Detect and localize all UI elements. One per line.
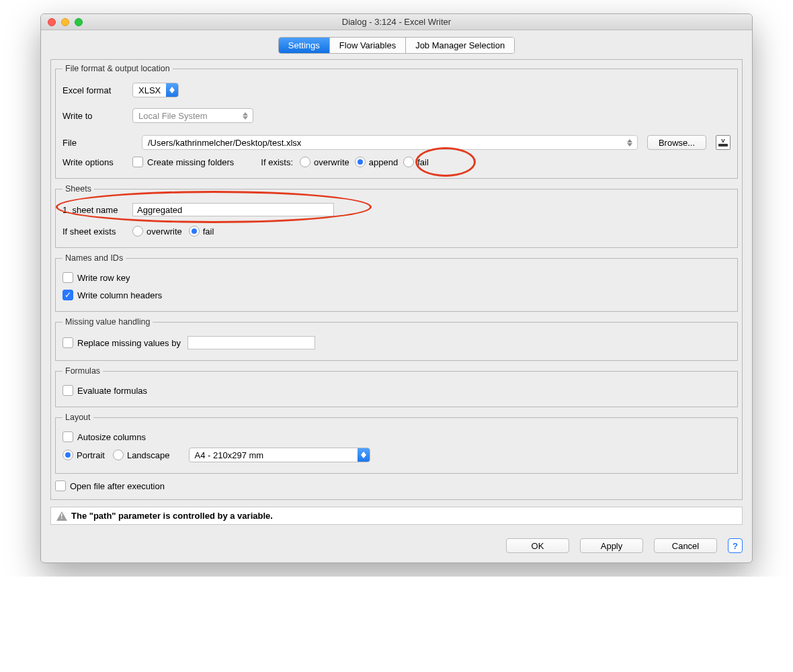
svg-rect-0 bbox=[718, 144, 728, 146]
sheet-name-input[interactable] bbox=[132, 203, 334, 216]
file-path-input[interactable]: /Users/kathrinmelcher/Desktop/test.xlsx bbox=[142, 135, 638, 150]
write-options-label: Write options bbox=[62, 157, 132, 167]
excel-format-label: Excel format bbox=[62, 85, 132, 95]
chevron-updown-icon bbox=[243, 111, 249, 120]
file-label: File bbox=[62, 138, 132, 148]
orientation-landscape-radio[interactable] bbox=[113, 450, 124, 460]
tab-flow-variables[interactable]: Flow Variables bbox=[330, 38, 406, 53]
orientation-landscape-label: Landscape bbox=[127, 450, 170, 460]
excel-format-select[interactable]: XLSX bbox=[132, 83, 179, 97]
group-title-file: File format & output location bbox=[62, 64, 173, 73]
sheet-overwrite-radio[interactable] bbox=[132, 226, 143, 237]
replace-missing-label: Replace missing values by bbox=[77, 338, 181, 348]
group-title-missing: Missing value handling bbox=[62, 317, 153, 327]
if-exists-append-label: append bbox=[369, 157, 398, 167]
paper-size-select[interactable]: A4 - 210x297 mm bbox=[189, 448, 370, 462]
write-row-key-checkbox[interactable] bbox=[62, 272, 73, 283]
group-file-format: File format & output location Excel form… bbox=[55, 64, 738, 179]
variable-icon[interactable]: V bbox=[716, 135, 731, 150]
group-title-formulas: Formulas bbox=[62, 366, 103, 376]
if-exists-overwrite-radio[interactable] bbox=[300, 157, 310, 167]
group-missing-value: Missing value handling Replace missing v… bbox=[55, 317, 738, 361]
tab-settings[interactable]: Settings bbox=[279, 38, 330, 53]
cancel-button[interactable]: Cancel bbox=[654, 538, 717, 553]
sheet-overwrite-label: overwrite bbox=[147, 226, 182, 237]
write-row-key-label: Write row key bbox=[77, 273, 130, 283]
replace-missing-input[interactable] bbox=[187, 336, 315, 349]
if-exists-fail-label: fail bbox=[417, 157, 429, 167]
group-title-sheets: Sheets bbox=[62, 184, 94, 194]
warning-bar: The "path" parameter is controlled by a … bbox=[50, 507, 743, 525]
group-layout: Layout Autosize columns Portrait Landsca… bbox=[55, 413, 738, 474]
group-formulas: Formulas Evaluate formulas bbox=[55, 366, 738, 407]
open-after-exec-checkbox[interactable] bbox=[55, 480, 66, 491]
write-to-select[interactable]: Local File System bbox=[132, 108, 253, 123]
orientation-portrait-label: Portrait bbox=[77, 450, 105, 460]
apply-button[interactable]: Apply bbox=[580, 538, 643, 553]
sheet-fail-radio[interactable] bbox=[189, 226, 200, 237]
if-sheet-exists-label: If sheet exists bbox=[62, 226, 132, 237]
autosize-columns-checkbox[interactable] bbox=[62, 431, 73, 442]
sheet-name-label: 1. sheet name bbox=[62, 205, 132, 215]
write-column-headers-label: Write column headers bbox=[77, 290, 162, 300]
svg-text:V: V bbox=[721, 138, 725, 144]
group-names-ids: Names and IDs Write row key Write column… bbox=[55, 253, 738, 312]
tab-bar: Settings Flow Variables Job Manager Sele… bbox=[41, 30, 752, 58]
create-missing-folders-label: Create missing folders bbox=[147, 157, 234, 167]
titlebar: Dialog - 3:124 - Excel Writer bbox=[41, 14, 752, 30]
sheet-fail-label: fail bbox=[203, 226, 214, 237]
chevron-updown-icon bbox=[166, 83, 178, 97]
write-column-headers-checkbox[interactable] bbox=[62, 290, 73, 300]
evaluate-formulas-checkbox[interactable] bbox=[62, 385, 73, 396]
group-sheets: Sheets 1. sheet name If sheet exists ove… bbox=[55, 184, 738, 248]
help-button[interactable]: ? bbox=[728, 538, 743, 553]
autosize-columns-label: Autosize columns bbox=[77, 432, 146, 442]
settings-panel: File format & output location Excel form… bbox=[50, 59, 743, 500]
orientation-portrait-radio[interactable] bbox=[62, 450, 73, 460]
create-missing-folders-checkbox[interactable] bbox=[132, 157, 143, 167]
if-exists-fail-radio[interactable] bbox=[403, 157, 414, 167]
ok-button[interactable]: OK bbox=[506, 538, 569, 553]
warning-icon bbox=[56, 511, 67, 521]
chevron-updown-icon bbox=[358, 448, 370, 462]
warning-text: The "path" parameter is controlled by a … bbox=[71, 511, 273, 521]
if-exists-overwrite-label: overwrite bbox=[314, 157, 349, 167]
dialog-window: Dialog - 3:124 - Excel Writer Settings F… bbox=[40, 13, 753, 563]
replace-missing-checkbox[interactable] bbox=[62, 337, 73, 348]
group-title-layout: Layout bbox=[62, 413, 93, 422]
window-title: Dialog - 3:124 - Excel Writer bbox=[41, 17, 752, 27]
group-title-names: Names and IDs bbox=[62, 253, 126, 263]
if-exists-append-radio[interactable] bbox=[355, 157, 366, 167]
evaluate-formulas-label: Evaluate formulas bbox=[77, 386, 147, 396]
write-to-label: Write to bbox=[62, 111, 132, 121]
tab-job-manager[interactable]: Job Manager Selection bbox=[406, 38, 514, 53]
chevron-updown-icon bbox=[627, 137, 634, 148]
if-exists-label: If exists: bbox=[261, 157, 293, 167]
open-after-exec-label: Open file after execution bbox=[70, 481, 165, 491]
browse-button[interactable]: Browse... bbox=[647, 135, 706, 150]
